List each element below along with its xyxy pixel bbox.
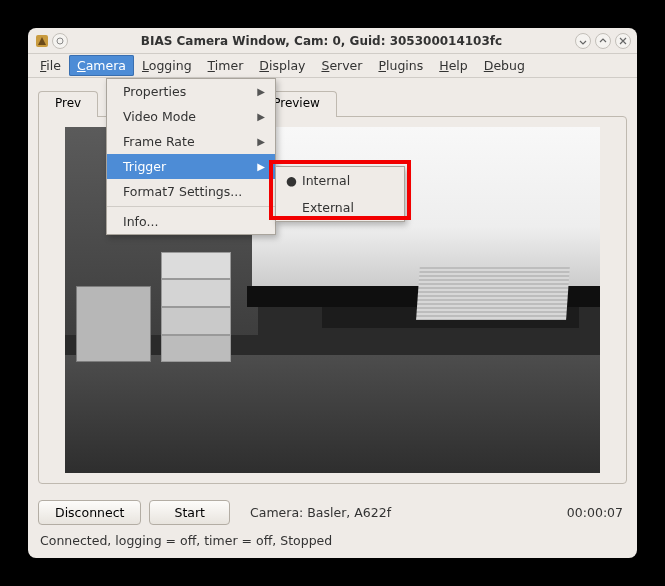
svg-point-1: [57, 38, 63, 44]
close-button[interactable]: [615, 33, 631, 49]
submenu-item-external[interactable]: External: [276, 194, 404, 221]
camera-label: Camera: Basler, A622f: [250, 505, 391, 520]
menu-camera[interactable]: Camera: [69, 55, 134, 76]
camera-menu-dropdown: Properties▶ Video Mode▶ Frame Rate▶ Trig…: [106, 78, 276, 235]
tab-preview[interactable]: Prev: [38, 91, 98, 117]
menu-plugins[interactable]: Plugins: [370, 55, 431, 76]
menu-debug[interactable]: Debug: [476, 55, 533, 76]
chevron-right-icon: ▶: [257, 136, 265, 147]
menu-separator: [107, 206, 275, 207]
menu-server[interactable]: Server: [313, 55, 370, 76]
menu-timer[interactable]: Timer: [200, 55, 252, 76]
window-menu-button[interactable]: [52, 33, 68, 49]
menu-item-video-mode[interactable]: Video Mode▶: [107, 104, 275, 129]
menu-file[interactable]: File: [32, 55, 69, 76]
menu-display[interactable]: Display: [251, 55, 313, 76]
menu-item-properties[interactable]: Properties▶: [107, 79, 275, 104]
elapsed-time: 00:00:07: [567, 505, 623, 520]
disconnect-button[interactable]: Disconnect: [38, 500, 141, 525]
menu-logging[interactable]: Logging: [134, 55, 200, 76]
status-bar: Connected, logging = off, timer = off, S…: [28, 529, 637, 556]
app-icon: [34, 33, 50, 49]
start-button[interactable]: Start: [149, 500, 230, 525]
window-frame: BIAS Camera Window, Cam: 0, Guid: 305300…: [28, 28, 637, 558]
menubar: File Camera Logging Timer Display Server…: [28, 54, 637, 78]
radio-selected-icon: ●: [286, 173, 294, 188]
titlebar: BIAS Camera Window, Cam: 0, Guid: 305300…: [28, 28, 637, 54]
bottom-bar: Disconnect Start Camera: Basler, A622f 0…: [28, 492, 637, 529]
menu-help[interactable]: Help: [431, 55, 476, 76]
menu-item-frame-rate[interactable]: Frame Rate▶: [107, 129, 275, 154]
minimize-button[interactable]: [575, 33, 591, 49]
chevron-right-icon: ▶: [257, 86, 265, 97]
window-title: BIAS Camera Window, Cam: 0, Guid: 305300…: [68, 34, 575, 48]
chevron-right-icon: ▶: [257, 161, 265, 172]
menu-item-format7[interactable]: Format7 Settings...: [107, 179, 275, 204]
submenu-item-internal[interactable]: ●Internal: [276, 167, 404, 194]
trigger-submenu: ●Internal External: [275, 166, 405, 222]
menu-item-info[interactable]: Info...: [107, 209, 275, 234]
maximize-button[interactable]: [595, 33, 611, 49]
chevron-right-icon: ▶: [257, 111, 265, 122]
menu-item-trigger[interactable]: Trigger▶: [107, 154, 275, 179]
